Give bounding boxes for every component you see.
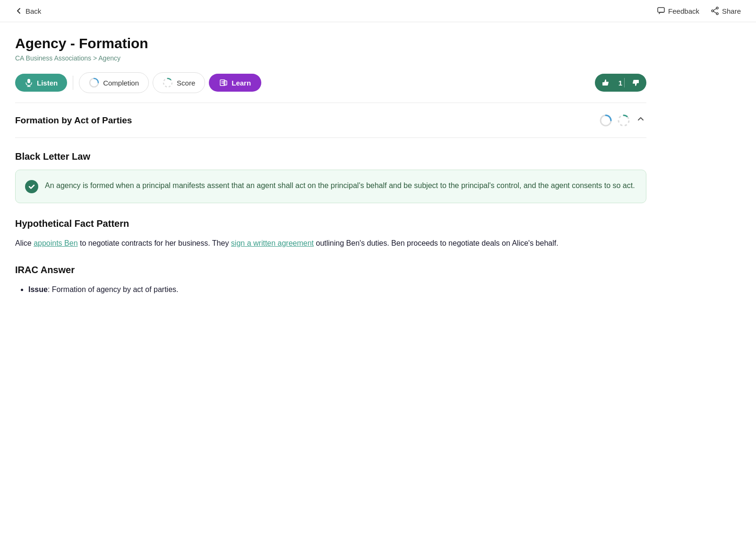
law-text: An agency is formed when a principal man… <box>45 180 635 192</box>
irac-issue-item: Issue: Formation of agency by act of par… <box>28 283 646 296</box>
share-icon <box>711 7 719 15</box>
section-completion-icon <box>599 114 612 127</box>
svg-line-5 <box>713 11 716 13</box>
listen-button[interactable]: Listen <box>15 74 67 92</box>
back-label: Back <box>26 7 41 15</box>
law-box: An agency is formed when a principal man… <box>15 170 646 203</box>
vote-group: 1 <box>595 74 646 92</box>
fact-text-before-link1: Alice <box>15 239 34 247</box>
page-title: Agency - Formation <box>15 35 646 52</box>
black-letter-law-heading: Black Letter Law <box>15 151 646 162</box>
chevron-up-icon <box>637 115 644 123</box>
checkmark-icon <box>28 183 35 190</box>
learn-icon <box>219 78 228 87</box>
appoints-ben-link[interactable]: appoints Ben <box>34 239 77 247</box>
completion-label: Completion <box>103 79 139 87</box>
feedback-label: Feedback <box>668 7 699 15</box>
svg-line-4 <box>713 9 716 10</box>
toolbar-divider <box>73 76 73 90</box>
top-bar: Back Feedback Share <box>0 0 756 22</box>
main-content: Agency - Formation CA Business Associati… <box>0 22 662 326</box>
section-title: Formation by Act of Parties <box>15 115 132 126</box>
svg-rect-0 <box>658 8 664 12</box>
listen-label: Listen <box>37 79 58 87</box>
thumbs-up-icon <box>601 78 610 87</box>
thumbs-up-button[interactable] <box>595 74 617 92</box>
collapse-button[interactable] <box>635 113 646 127</box>
fact-pattern-text: Alice appoints Ben to negotiate contract… <box>15 237 646 249</box>
thumbs-down-button[interactable] <box>625 74 646 92</box>
toolbar: Listen Completion Score <box>15 72 646 103</box>
top-bar-right: Feedback Share <box>657 7 741 15</box>
svg-point-3 <box>716 13 718 15</box>
fact-text-between: to negotiate contracts for her business.… <box>78 239 231 247</box>
svg-rect-6 <box>27 79 30 83</box>
toolbar-left: Listen Completion Score <box>15 72 595 93</box>
score-label: Score <box>177 79 195 87</box>
microphone-icon <box>25 78 33 87</box>
hypothetical-heading: Hypothetical Fact Pattern <box>15 218 646 229</box>
black-letter-law-section: Black Letter Law An agency is formed whe… <box>15 151 646 203</box>
vote-count: 1 <box>617 79 624 87</box>
score-button[interactable]: Score <box>153 72 205 93</box>
hypothetical-section: Hypothetical Fact Pattern Alice appoints… <box>15 218 646 249</box>
irac-section: IRAC Answer Issue: Formation of agency b… <box>15 265 646 296</box>
svg-point-1 <box>716 7 718 9</box>
share-label: Share <box>722 7 741 15</box>
irac-list: Issue: Formation of agency by act of par… <box>15 283 646 296</box>
svg-rect-14 <box>224 81 227 85</box>
completion-spinner-icon <box>89 77 99 88</box>
learn-label: Learn <box>232 79 251 87</box>
irac-issue-text: : Formation of agency by act of parties. <box>48 285 179 293</box>
back-arrow-icon <box>15 7 23 15</box>
thumbs-down-icon <box>631 78 640 87</box>
fact-text-after: outlining Ben's duties. Ben proceeds to … <box>314 239 558 247</box>
irac-heading: IRAC Answer <box>15 265 646 275</box>
completion-button[interactable]: Completion <box>79 72 149 93</box>
feedback-button[interactable]: Feedback <box>657 7 699 15</box>
feedback-icon <box>657 7 665 15</box>
irac-issue-label: Issue <box>28 285 48 293</box>
back-button[interactable]: Back <box>15 7 41 15</box>
written-agreement-link[interactable]: sign a written agreement <box>231 239 314 247</box>
score-spinner-icon <box>163 77 173 88</box>
learn-button[interactable]: Learn <box>209 74 261 92</box>
breadcrumb: CA Business Associations > Agency <box>15 54 646 62</box>
share-button[interactable]: Share <box>711 7 741 15</box>
law-check-icon <box>25 180 38 193</box>
section-score-icon <box>617 114 630 127</box>
section-header-right <box>599 113 646 127</box>
svg-point-2 <box>712 10 713 12</box>
section-header: Formation by Act of Parties <box>15 103 646 138</box>
